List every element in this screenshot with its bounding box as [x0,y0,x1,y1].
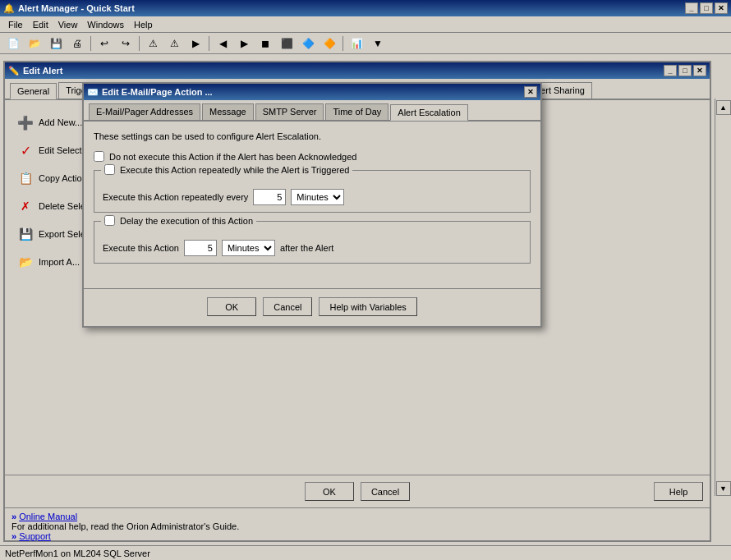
dialog-tab-escalation[interactable]: Alert Escalation [390,104,467,121]
toolbar-btn7[interactable]: ▶ [234,34,254,53]
toolbar-sep3 [209,36,209,51]
copy-icon: 📋 [17,170,34,186]
toolbar-sep2 [139,36,140,51]
add-new-label: Add New... [39,117,82,127]
edit-icon: ✓ [17,142,34,158]
dialog-content: These settings can be used to configure … [84,122,540,282]
repeat-label: Execute this Action repeatedly every [103,192,248,202]
import-label: Import A... [39,257,80,267]
status-text: NetPerfMon1 on ML204 SQL Server [5,549,150,558]
help-desc: For additional help, read the Orion Admi… [11,521,703,531]
acknowledged-checkbox[interactable] [94,151,104,162]
toolbar-btn10[interactable]: 🔷 [298,34,318,53]
toolbar-warn-icon[interactable]: ⚠ [164,34,184,53]
cancel-button-main[interactable]: Cancel [361,482,410,501]
app-icon: 🔔 [3,3,15,14]
toolbar-sep1 [90,36,91,51]
menu-file[interactable]: File [3,18,28,31]
toolbar-undo[interactable]: ↩ [94,34,114,53]
dialog-title-bar: ✉️ Edit E-Mail/Page Action ... ✕ [84,84,540,100]
bottom-buttons-row: OK Cancel Help [5,475,710,507]
minimize-button[interactable]: _ [685,2,698,14]
dialog-tab-addresses[interactable]: E-Mail/Pager Addresses [89,103,200,120]
add-icon: ➕ [17,114,34,131]
scroll-up-button[interactable]: ▲ [716,100,731,115]
ok-button-main[interactable]: OK [305,482,354,501]
scroll-down-button[interactable]: ▼ [716,481,731,496]
close-button[interactable]: ✕ [715,2,728,14]
menu-windows[interactable]: Windows [82,18,129,31]
scroll-area: ▲ ▼ [715,99,731,496]
dialog-close-button[interactable]: ✕ [524,86,537,98]
execute-repeatedly-checkbox[interactable] [104,164,115,175]
toolbar-sep4 [343,36,343,51]
edit-alert-icon: ✏️ [8,66,20,76]
dialog-description: These settings can be used to configure … [94,131,531,141]
group2-content: Execute this Action Minutes Hours Days a… [103,240,522,256]
delay-execution-checkbox[interactable] [104,215,115,226]
arrow1: » [11,512,16,521]
group-delay-execution: Delay the execution of this Action Execu… [94,221,531,264]
group1-title: Execute this Action repeatedly while the… [101,164,352,175]
group2-label: Delay the execution of this Action [120,216,253,226]
email-dialog: ✉️ Edit E-Mail/Page Action ... ✕ E-Mail/… [82,82,542,328]
toolbar-btn13[interactable]: ▼ [368,34,388,53]
dialog-icon: ✉️ [87,87,99,98]
edit-alert-title-bar: ✏️ Edit Alert _ □ ✕ [5,62,710,79]
toolbar: 📄 📂 💾 🖨 ↩ ↪ ⚠ ⚠ ▶ ◀ ▶ ◼ ⬛ 🔷 🔶 📊 ▼ [0,33,731,54]
menu-bar: File Edit View Windows Help [0,16,731,33]
toolbar-btn9[interactable]: ⬛ [277,34,297,53]
delete-icon: ✗ [17,198,34,214]
dialog-buttons: OK Cancel Help with Variables [84,288,540,326]
dialog-tab-bar: E-Mail/Pager Addresses Message SMTP Serv… [84,100,540,122]
dialog-ok-button[interactable]: OK [207,297,256,316]
menu-help[interactable]: Help [129,18,158,31]
edit-alert-maximize[interactable]: □ [678,65,692,76]
group1-content: Execute this Action repeatedly every Min… [103,189,522,205]
group1-label: Execute this Action repeatedly while the… [120,165,349,175]
group2-title: Delay the execution of this Action [101,215,256,226]
toolbar-btn6[interactable]: ◀ [213,34,232,53]
export-icon: 💾 [17,226,34,242]
support-link[interactable]: Support [19,531,51,541]
execute-label: Execute this Action [103,243,179,253]
execute-unit-select[interactable]: Minutes Hours Days [222,240,275,256]
group-execute-repeatedly: Execute this Action repeatedly while the… [94,170,531,213]
toolbar-btn4[interactable]: 🖨 [67,34,87,53]
app-title-bar: 🔔 Alert Manager - Quick Start _ □ ✕ [0,0,731,16]
toolbar-save[interactable]: 💾 [46,34,66,53]
help-with-variables-button[interactable]: Help with Variables [319,297,416,316]
online-manual-link[interactable]: Online Manual [19,512,77,521]
repeat-value-input[interactable] [253,189,286,205]
import-icon: 📂 [17,254,34,270]
menu-view[interactable]: View [53,18,83,31]
execute-value-input[interactable] [184,240,217,256]
repeat-unit-select[interactable]: Minutes Hours Days [291,189,344,205]
toolbar-open[interactable]: 📂 [25,34,44,53]
edit-alert-close[interactable]: ✕ [693,65,706,76]
toolbar-new[interactable]: 📄 [3,34,23,53]
maximize-button[interactable]: □ [700,2,713,14]
toolbar-btn5[interactable]: ▶ [186,34,205,53]
dialog-tab-message[interactable]: Message [202,103,254,120]
toolbar-btn8[interactable]: ◼ [255,34,275,53]
toolbar-btn12[interactable]: 📊 [347,34,366,53]
dialog-tab-timeofday[interactable]: Time of Day [325,103,388,120]
dialog-title: Edit E-Mail/Page Action ... [102,87,213,97]
checkbox1-row: Do not execute this Action if the Alert … [94,151,531,162]
toolbar-btn11[interactable]: 🔶 [320,34,339,53]
toolbar-redo[interactable]: ↪ [116,34,136,53]
menu-edit[interactable]: Edit [28,18,53,31]
help-button-main[interactable]: Help [654,482,703,501]
acknowledged-label: Do not execute this Action if the Alert … [109,152,356,162]
status-bar: NetPerfMon1 on ML204 SQL Server [0,545,731,560]
edit-alert-minimize[interactable]: _ [664,65,677,76]
toolbar-alert-icon[interactable]: ⚠ [143,34,163,53]
dialog-cancel-button[interactable]: Cancel [263,297,312,316]
dialog-tab-smtp[interactable]: SMTP Server [255,103,324,120]
after-label: after the Alert [280,243,333,253]
arrow2: » [11,531,16,541]
edit-alert-title: Edit Alert [23,66,63,76]
help-links-bar: » Online Manual For additional help, rea… [5,507,710,540]
tab-general[interactable]: General [10,83,57,99]
